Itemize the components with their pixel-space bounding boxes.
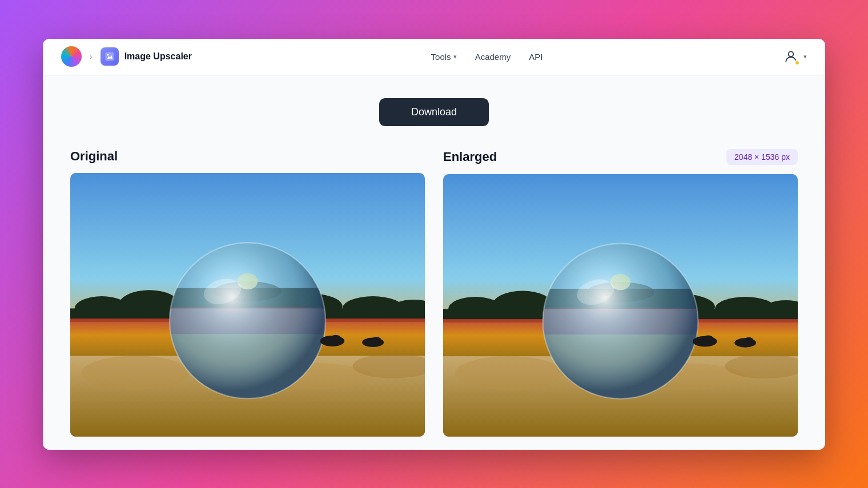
original-panel: Original (70, 149, 425, 437)
user-icon (782, 47, 800, 66)
user-chevron-icon: ▾ (803, 53, 807, 61)
nav-api[interactable]: API (529, 52, 542, 62)
main-content: Download Original (43, 75, 825, 450)
enlarged-title: Enlarged (443, 150, 497, 164)
size-badge: 2048 × 1536 px (726, 149, 798, 165)
user-status-dot (794, 60, 800, 66)
navbar-center: Tools ▾ Academy API (431, 52, 543, 62)
enlarged-panel: Enlarged 2048 × 1536 px (443, 149, 798, 437)
nav-academy[interactable]: Academy (475, 52, 511, 62)
enlarged-image-container (443, 174, 798, 437)
navbar-right: ▾ (782, 47, 807, 66)
svg-point-66 (703, 335, 714, 342)
enlarged-image (443, 174, 798, 437)
user-menu[interactable]: ▾ (782, 47, 807, 66)
svg-point-2 (789, 51, 794, 57)
navbar-left: › Image Upscaler (61, 46, 192, 67)
breadcrumb-chevron: › (90, 52, 93, 61)
nav-tools[interactable]: Tools ▾ (431, 52, 457, 62)
navbar: › Image Upscaler Tools ▾ Academy (43, 39, 825, 75)
original-image-container (70, 173, 425, 437)
original-panel-header: Original (70, 149, 425, 164)
enlarged-panel-header: Enlarged 2048 × 1536 px (443, 149, 798, 165)
images-row: Original (70, 149, 798, 437)
svg-point-33 (330, 334, 341, 341)
svg-point-35 (372, 337, 381, 342)
app-name: Image Upscaler (124, 51, 192, 62)
svg-point-1 (107, 54, 108, 56)
svg-point-68 (744, 337, 754, 342)
svg-point-62 (543, 243, 698, 398)
browser-window: › Image Upscaler Tools ▾ Academy (43, 39, 825, 450)
original-title: Original (70, 149, 118, 164)
svg-rect-0 (105, 53, 114, 61)
svg-point-29 (170, 243, 326, 398)
app-icon (101, 47, 119, 66)
orbit-logo[interactable] (61, 46, 82, 67)
original-image (70, 173, 425, 437)
download-button[interactable]: Download (379, 98, 489, 126)
svg-point-19 (82, 356, 190, 389)
tools-chevron-icon: ▾ (453, 53, 457, 61)
svg-point-52 (455, 356, 563, 390)
